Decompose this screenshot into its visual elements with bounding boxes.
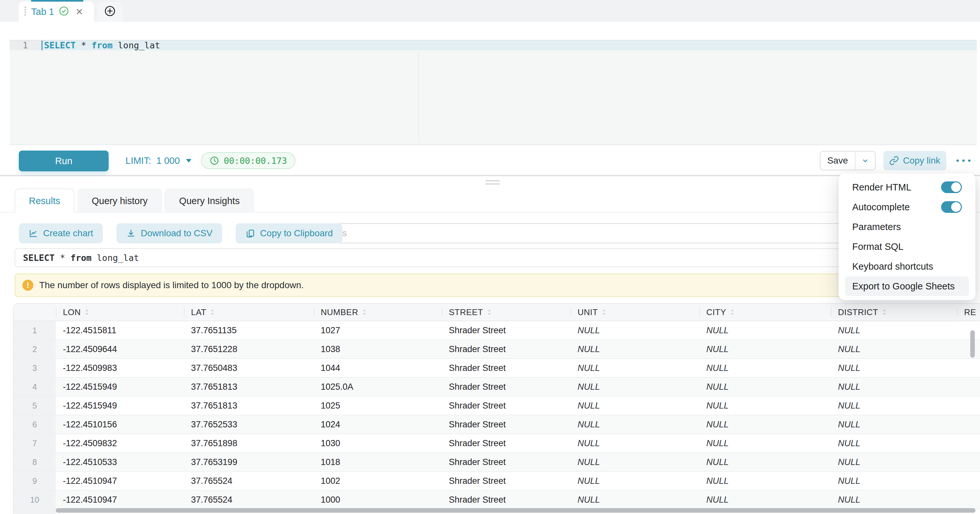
panel-resize-handle[interactable] xyxy=(485,180,500,187)
column-header-city[interactable]: CITY xyxy=(699,304,831,321)
cell[interactable] xyxy=(957,491,980,509)
cell[interactable]: 1025 xyxy=(313,396,442,415)
table-row[interactable]: 3-122.450998337.76504831044Shrader Stree… xyxy=(14,359,980,378)
cell[interactable]: Shrader Street xyxy=(442,340,570,358)
cell[interactable]: NULL xyxy=(831,359,957,377)
cell[interactable]: 1024 xyxy=(313,415,442,434)
menu-item-autocomplete[interactable]: Autocomplete xyxy=(845,197,969,217)
cell[interactable]: NULL xyxy=(831,396,957,415)
menu-item-export-to-google-sheets[interactable]: Export to Google Sheets xyxy=(845,276,969,296)
cell[interactable]: Shrader Street xyxy=(442,434,570,452)
cell[interactable]: NULL xyxy=(699,359,831,377)
column-header-street[interactable]: STREET xyxy=(442,304,570,321)
cell[interactable]: NULL xyxy=(699,491,831,509)
cell[interactable]: NULL xyxy=(570,321,699,339)
cell[interactable]: -122.4510947 xyxy=(56,472,184,490)
cell[interactable]: NULL xyxy=(570,378,699,396)
column-header-lon[interactable]: LON xyxy=(56,304,184,321)
save-button[interactable]: Save xyxy=(821,152,855,170)
cell[interactable]: -122.4509644 xyxy=(56,340,184,358)
cell[interactable]: NULL xyxy=(570,359,699,377)
add-tab-button[interactable] xyxy=(97,2,123,22)
cell[interactable] xyxy=(957,415,980,434)
code-editor[interactable]: 1 SELECT * from long_lat xyxy=(10,40,977,145)
cell[interactable]: -122.4510533 xyxy=(56,453,184,471)
cell[interactable]: NULL xyxy=(699,472,831,490)
copy-link-button[interactable]: Copy link xyxy=(883,151,946,170)
save-options-button[interactable] xyxy=(855,152,875,170)
table-row[interactable]: 4-122.451594937.76518131025.0AShrader St… xyxy=(14,378,980,396)
toggle-render-html[interactable] xyxy=(941,181,962,193)
menu-item-render-html[interactable]: Render HTML xyxy=(845,177,969,197)
cell[interactable]: NULL xyxy=(831,472,957,490)
menu-item-parameters[interactable]: Parameters xyxy=(845,217,969,236)
cell[interactable]: Shrader Street xyxy=(442,359,570,377)
tab-drag-handle-icon[interactable] xyxy=(24,5,27,18)
cell[interactable]: Shrader Street xyxy=(442,491,570,509)
cell[interactable]: -122.4515949 xyxy=(56,396,184,415)
cell[interactable] xyxy=(957,359,980,377)
cell[interactable]: NULL xyxy=(570,415,699,434)
cell[interactable]: NULL xyxy=(831,434,957,452)
cell[interactable]: NULL xyxy=(570,472,699,490)
horizontal-scrollbar[interactable] xyxy=(56,508,975,513)
table-row[interactable]: 6-122.451015637.76525331024Shrader Stree… xyxy=(14,415,980,434)
cell[interactable]: 37.7651135 xyxy=(184,321,313,339)
table-row[interactable]: 5-122.451594937.76518131025Shrader Stree… xyxy=(14,396,980,415)
cell[interactable]: NULL xyxy=(831,491,957,509)
cell[interactable]: NULL xyxy=(831,415,957,434)
table-row[interactable]: 8-122.451053337.76531991018Shrader Stree… xyxy=(14,453,980,472)
cell[interactable]: 37.7650483 xyxy=(184,359,313,377)
cell[interactable]: NULL xyxy=(699,340,831,358)
tab-close-icon[interactable]: ✕ xyxy=(76,6,83,17)
download-csv-button[interactable]: Download to CSV xyxy=(116,223,222,243)
cell[interactable]: 37.7651898 xyxy=(184,434,313,452)
cell[interactable]: NULL xyxy=(831,321,957,339)
cell[interactable]: -122.4515949 xyxy=(56,378,184,396)
cell[interactable] xyxy=(957,396,980,415)
menu-item-format-sql[interactable]: Format SQL xyxy=(845,237,969,256)
cell[interactable]: -122.4509983 xyxy=(56,359,184,377)
cell[interactable]: NULL xyxy=(699,415,831,434)
cell[interactable]: NULL xyxy=(570,453,699,471)
vertical-scrollbar[interactable] xyxy=(970,330,975,358)
cell[interactable]: -122.4515811 xyxy=(56,321,184,339)
cell[interactable] xyxy=(957,472,980,490)
table-row[interactable]: 2-122.450964437.76512281038Shrader Stree… xyxy=(14,340,980,359)
cell[interactable]: NULL xyxy=(570,434,699,452)
table-row[interactable]: 7-122.450983237.76518981030Shrader Stree… xyxy=(14,434,980,453)
cell[interactable]: Shrader Street xyxy=(442,453,570,471)
cell[interactable]: Shrader Street xyxy=(442,378,570,396)
cell[interactable]: NULL xyxy=(699,453,831,471)
cell[interactable]: Shrader Street xyxy=(442,415,570,434)
table-row[interactable]: 9-122.451094737.7655241002Shrader Street… xyxy=(14,472,980,491)
cell[interactable]: -122.4510156 xyxy=(56,415,184,434)
cell[interactable]: NULL xyxy=(699,434,831,452)
cell[interactable]: 37.7651228 xyxy=(184,340,313,358)
tab-query-history[interactable]: Query history xyxy=(78,188,162,212)
cell[interactable]: 1044 xyxy=(313,359,442,377)
cell[interactable] xyxy=(957,321,980,339)
cell[interactable]: 37.7653199 xyxy=(184,453,313,471)
tab-results[interactable]: Results xyxy=(14,188,75,212)
cell[interactable] xyxy=(957,453,980,471)
cell[interactable]: 37.7651813 xyxy=(184,378,313,396)
cell[interactable]: NULL xyxy=(831,453,957,471)
cell[interactable]: NULL xyxy=(831,340,957,358)
cell[interactable]: NULL xyxy=(570,396,699,415)
cell[interactable]: 37.7652533 xyxy=(184,415,313,434)
table-row[interactable]: 1-122.451581137.76511351027Shrader Stree… xyxy=(14,321,980,340)
tab-query-insights[interactable]: Query Insights xyxy=(165,188,254,212)
cell[interactable] xyxy=(957,434,980,452)
code-active-line[interactable]: 1 SELECT * from long_lat xyxy=(10,41,977,50)
cell[interactable]: 37.765524 xyxy=(184,472,313,490)
cell[interactable]: NULL xyxy=(570,340,699,358)
column-header-unit[interactable]: UNIT xyxy=(570,304,699,321)
cell[interactable]: Shrader Street xyxy=(442,472,570,490)
cell[interactable]: 1025.0A xyxy=(313,378,442,396)
more-options-button[interactable] xyxy=(953,151,974,170)
cell[interactable]: 1030 xyxy=(313,434,442,452)
cell[interactable]: 1018 xyxy=(313,453,442,471)
cell[interactable]: NULL xyxy=(831,378,957,396)
cell[interactable]: NULL xyxy=(570,491,699,509)
